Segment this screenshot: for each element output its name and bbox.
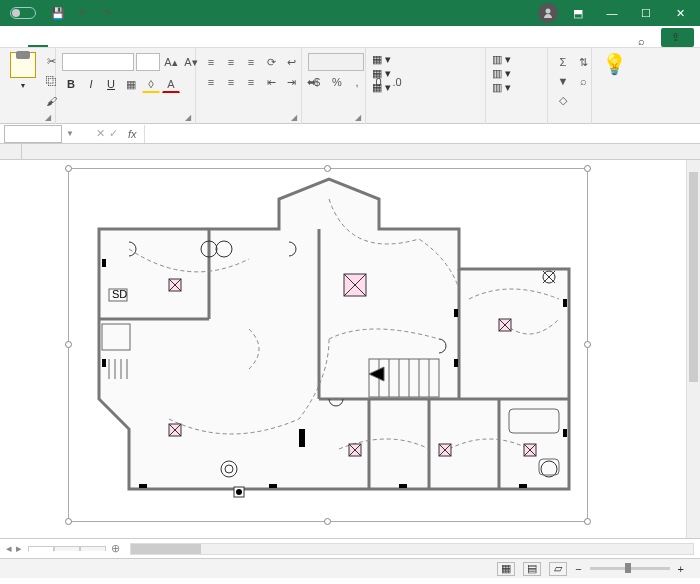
resize-handle[interactable] <box>324 165 331 172</box>
clear-icon[interactable]: ◇ <box>554 91 572 109</box>
conditional-formatting-button[interactable]: ▦ ▾ <box>372 53 391 66</box>
border-icon[interactable]: ▦ <box>122 75 140 93</box>
indent-dec-icon[interactable]: ⇤ <box>262 73 280 91</box>
fill-color-icon[interactable]: ◊ <box>142 75 160 93</box>
tab-help[interactable] <box>168 39 188 47</box>
comma-icon[interactable]: , <box>348 73 366 91</box>
tab-view[interactable] <box>148 39 168 47</box>
font-size-input[interactable] <box>136 53 160 71</box>
delete-cells-button[interactable]: ▥ ▾ <box>492 67 511 80</box>
normal-view-icon[interactable]: ▦ <box>497 562 515 576</box>
align-bottom-icon[interactable]: ≡ <box>242 53 260 71</box>
number-format-input[interactable] <box>308 53 364 71</box>
sheet-tab-1[interactable] <box>28 546 54 552</box>
tab-formulas[interactable] <box>88 39 108 47</box>
ribbon: ▼ ✂ ⿻ 🖌 ◢ A▴ A▾ B I U ▦ ◊ A <box>0 48 700 124</box>
save-icon[interactable]: 💾 <box>50 5 66 21</box>
resize-handle[interactable] <box>584 165 591 172</box>
tab-insert[interactable] <box>48 39 68 47</box>
zoom-in-icon[interactable]: + <box>678 563 684 575</box>
zoom-out-icon[interactable]: − <box>575 563 581 575</box>
align-center-icon[interactable]: ≡ <box>222 73 240 91</box>
floor-plan-drawing[interactable]: SD <box>68 168 588 522</box>
tab-pdfelement[interactable] <box>188 39 208 47</box>
percent-icon[interactable]: % <box>328 73 346 91</box>
align-top-icon[interactable]: ≡ <box>202 53 220 71</box>
fx-icon[interactable]: fx <box>128 128 137 140</box>
font-name-input[interactable] <box>62 53 134 71</box>
ribbon-options-icon[interactable]: ⬒ <box>564 0 592 26</box>
minimize-icon[interactable]: — <box>598 0 626 26</box>
ideas-icon: 💡 <box>602 52 627 76</box>
sheet-tab-2[interactable] <box>54 546 80 551</box>
close-icon[interactable]: ✕ <box>666 0 694 26</box>
ideas-button[interactable]: 💡 <box>598 50 631 80</box>
user-avatar[interactable] <box>538 3 558 23</box>
enter-icon[interactable]: ✓ <box>109 127 118 140</box>
group-styles: ▦ ▾ ▦ ▾ ▦ ▾ <box>366 48 486 124</box>
format-table-button[interactable]: ▦ ▾ <box>372 67 391 80</box>
orientation-icon[interactable]: ⟳ <box>262 53 280 71</box>
worksheet-grid[interactable]: SD <box>0 160 700 538</box>
column-headers <box>0 144 700 160</box>
formula-input[interactable] <box>144 125 700 143</box>
currency-icon[interactable]: $ <box>308 73 326 91</box>
resize-handle[interactable] <box>584 341 591 348</box>
align-right-icon[interactable]: ≡ <box>242 73 260 91</box>
zoom-slider[interactable] <box>590 567 670 570</box>
select-all-corner[interactable] <box>0 144 22 159</box>
resize-handle[interactable] <box>324 518 331 525</box>
tab-review[interactable] <box>128 39 148 47</box>
maximize-icon[interactable]: ☐ <box>632 0 660 26</box>
svg-text:SD: SD <box>112 288 127 300</box>
search-box[interactable]: ⌕ <box>626 35 661 47</box>
svg-rect-30 <box>563 299 567 307</box>
underline-button[interactable]: U <box>102 75 120 93</box>
redo-icon[interactable]: ↷ <box>98 5 114 21</box>
paste-button[interactable]: ▼ <box>6 50 40 91</box>
status-bar: ▦ ▤ ▱ − + <box>0 558 700 578</box>
align-middle-icon[interactable]: ≡ <box>222 53 240 71</box>
resize-handle[interactable] <box>65 165 72 172</box>
page-layout-view-icon[interactable]: ▤ <box>523 562 541 576</box>
insert-cells-button[interactable]: ▥ ▾ <box>492 53 511 66</box>
wrap-text-icon[interactable]: ↩ <box>282 53 300 71</box>
sheet-nav[interactable]: ◂ ▸ <box>0 542 28 555</box>
cancel-icon[interactable]: ✕ <box>96 127 105 140</box>
horizontal-scrollbar[interactable] <box>130 543 694 555</box>
autosave-toggle[interactable] <box>6 7 40 19</box>
tab-home[interactable] <box>28 37 48 47</box>
italic-button[interactable]: I <box>82 75 100 93</box>
indent-inc-icon[interactable]: ⇥ <box>282 73 300 91</box>
increase-font-icon[interactable]: A▴ <box>162 53 180 71</box>
add-sheet-button[interactable]: ⊕ <box>106 542 124 555</box>
find-icon[interactable]: ⌕ <box>574 72 592 90</box>
align-left-icon[interactable]: ≡ <box>202 73 220 91</box>
cell-styles-button[interactable]: ▦ ▾ <box>372 81 391 94</box>
sheet-tab-3[interactable] <box>80 546 106 551</box>
resize-handle[interactable] <box>65 341 72 348</box>
quick-access-toolbar: 💾 ↶ ↷ <box>50 5 114 21</box>
group-number: $ % , .0 .0 ◢ <box>302 48 366 124</box>
tab-data[interactable] <box>108 39 128 47</box>
tab-format[interactable] <box>208 39 228 47</box>
resize-handle[interactable] <box>584 518 591 525</box>
font-color-icon[interactable]: A <box>162 75 180 93</box>
group-label: ◢ <box>308 120 359 122</box>
tab-page-layout[interactable] <box>68 39 88 47</box>
paste-icon <box>10 52 36 78</box>
tab-file[interactable] <box>8 39 28 47</box>
bold-button[interactable]: B <box>62 75 80 93</box>
format-cells-button[interactable]: ▥ ▾ <box>492 81 511 94</box>
sort-icon[interactable]: ⇅ <box>574 53 592 71</box>
name-box[interactable] <box>4 125 62 143</box>
undo-icon[interactable]: ↶ <box>74 5 90 21</box>
autosum-icon[interactable]: Σ <box>554 53 572 71</box>
share-button[interactable]: ⇪ <box>661 28 694 47</box>
svg-point-50 <box>236 489 242 495</box>
page-break-view-icon[interactable]: ▱ <box>549 562 567 576</box>
document-title <box>114 7 538 19</box>
resize-handle[interactable] <box>65 518 72 525</box>
fill-icon[interactable]: ▼ <box>554 72 572 90</box>
vertical-scrollbar[interactable] <box>686 160 700 538</box>
